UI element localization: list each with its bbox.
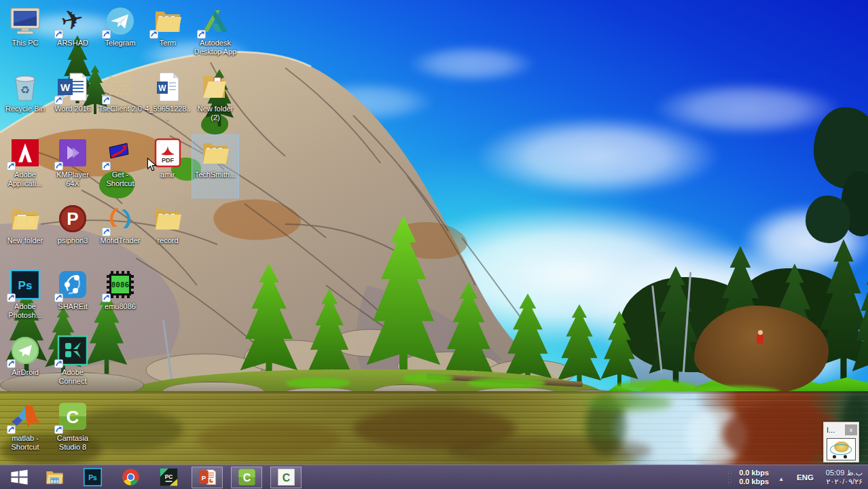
svg-text:W: W [158,84,166,93]
clock-time: 05:09 ب.ظ [826,469,863,477]
shortcut-arrow-icon [102,30,111,39]
desktop-icon-label: MofidTrader [101,236,141,245]
clock-date: ۲۰۲۰/۰۹/۲۶ [827,477,863,486]
desktop-icon-psiphon3[interactable]: Ppsiphon3 [49,200,96,264]
photoshop-icon: Ps [83,467,103,487]
svg-text:8086: 8086 [111,280,130,289]
mini-window-close-button[interactable]: x [845,424,857,435]
amir-icon: PDF [151,137,184,169]
shortcut-arrow-icon [7,162,16,170]
autodesk-desktop-app-icon [199,5,232,37]
desktop-icon-label: 4_59651228... [145,105,191,122]
mini-window-titlebar: I... x [825,424,857,436]
desktop-icon-adobe-connect[interactable]: Adobe Connect [49,332,96,396]
mini-window-thumbnail[interactable] [827,438,856,460]
pycharm-icon: PC [159,467,179,487]
shareit-icon [56,268,89,301]
desktop-icon-autodesk-desktop-app[interactable]: Autodesk Desktop App [192,3,239,67]
upload-arrow-icon: ↑ [727,477,732,486]
start-button[interactable] [3,465,35,489]
desktop-icon-get-shortcut[interactable]: Get - Shortcut [96,134,144,198]
desktop-icon-camtasia-studio-8[interactable]: CCamtasia Studio 8 [49,398,96,462]
desktop-icon-label: Camtasia Studio 8 [50,434,96,452]
desktop-icon-label: AirDroid [12,368,39,377]
desktop-icon-new-folder[interactable]: New folder [1,200,49,264]
adobe-photoshop-icon: Ps [9,268,41,301]
desktop-icon-shareit[interactable]: SHAREit [49,266,96,330]
desktop-icon-label: This PC [12,39,38,48]
desktop-icon-emu8086[interactable]: 8086emu8086 [96,266,144,330]
powerpoint-taskbar-button[interactable]: P [192,467,223,488]
desktop-icon-label: Recycle Bin [5,105,45,113]
taskbar-pinned-apps: PsPCPCC [0,465,306,489]
svg-text:PDF: PDF [162,157,175,164]
desktop-icon-label: Adobe Connect [50,368,96,386]
powerpoint-icon: P [198,467,217,487]
camtasia-recorder-taskbar-button[interactable]: C [270,467,302,488]
desktop-icon-label: New folder [7,236,43,245]
desktop-icon-label: matlab - Shortcut [2,434,48,452]
desktop-icon-label: Word 2016 [54,105,91,113]
network-speed-indicator[interactable]: ↓ ↑ 0.0 kbps 0.0 kbps [724,469,769,486]
desktop-icon-recycle-bin[interactable]: ♻Recycle Bin [1,69,49,132]
desktop-icon-telegram[interactable]: Telegram [96,3,144,67]
desktop-icon-kmplayer-64x[interactable]: KMPlayer 64X [49,134,96,198]
recycle-bin-icon: ♻ [9,71,41,103]
file-explorer-taskbar-button[interactable] [35,465,73,489]
adobe-application-icon [9,137,41,169]
water-reflection [584,395,672,410]
svg-text:C: C [242,472,250,484]
show-hidden-icons-button[interactable]: ▲ [778,476,784,482]
get-shortcut-icon [104,137,137,169]
shortcut-arrow-icon [7,425,16,434]
moss-patch [467,378,546,388]
desktop-icon-grid: This PC♻Recycle BinAdobe Applicati...New… [1,3,239,464]
airdroid-icon [9,334,41,367]
desktop-icon-label: Adobe Applicati... [2,170,48,188]
language-indicator[interactable]: ENG [797,473,814,482]
mini-window-widget[interactable]: I... x [823,422,859,463]
desktop-icon-techsmith[interactable]: TechSmith... [192,134,239,198]
record-icon [151,202,184,235]
moss-patch [285,378,350,388]
desktop-icon-arshad[interactable]: ✈ARSHAD [49,3,96,67]
desktop-icon-label: TechSmith... [195,170,236,179]
svg-text:P: P [201,474,206,482]
camtasia-studio-icon: C [237,467,257,487]
svg-text:♻: ♻ [20,84,30,96]
desktop-icon-adobe-photoshop[interactable]: PsAdobe Photosh... [1,266,49,330]
camtasia-recorder-icon: C [276,467,296,487]
desktop-icon-record[interactable]: record [144,200,192,264]
shortcut-arrow-icon [7,293,16,302]
thumbnail-art [833,455,836,458]
desktop-icon-airdroid[interactable]: AirDroid [1,332,49,396]
desktop-icon-word-2016[interactable]: WWord 2016 [49,69,96,132]
svg-text:PC: PC [164,473,173,480]
shortcut-arrow-icon [149,30,158,39]
taskbar-clock[interactable]: 05:09 ب.ظ ۲۰۲۰/۰۹/۲۶ [820,469,863,486]
desktop-icon-label: record [157,236,178,245]
new-folder-2-icon [199,71,232,103]
adobe-connect-icon [56,334,89,367]
chrome-taskbar-button[interactable] [111,465,149,489]
pycharm-taskbar-button[interactable]: PC [149,465,187,489]
techsmith-icon [199,137,232,169]
shortcut-arrow-icon [102,96,111,105]
desktop-icon-amir[interactable]: PDFamir [144,134,192,198]
arshad-icon: ✈ [56,5,89,37]
doc-4-59651228-icon: W [151,71,184,103]
svg-text:W: W [60,82,71,93]
svg-text:C: C [282,472,289,484]
camtasia-studio-taskbar-button[interactable]: C [231,467,262,488]
desktop-icon-adobe-application[interactable]: Adobe Applicati... [1,134,49,198]
desktop-icon-this-pc[interactable]: This PC [1,3,49,67]
desktop-icon-new-folder-2[interactable]: New folder (2) [192,69,239,132]
desktop-icon-doc-4-59651228[interactable]: W4_59651228... [144,69,192,132]
psiphon3-icon: P [56,202,89,235]
svg-text:P: P [67,209,78,229]
desktop-icon-matlab-shortcut[interactable]: matlab - Shortcut [1,398,49,462]
desktop-icon-term[interactable]: Term [144,3,192,67]
desktop-icon-mofidtrader[interactable]: MofidTrader [96,200,144,264]
photoshop-taskbar-button[interactable]: Ps [73,465,111,489]
desktop-icon-tseclient-2-0[interactable]: TseClient 2.0 [96,69,144,132]
